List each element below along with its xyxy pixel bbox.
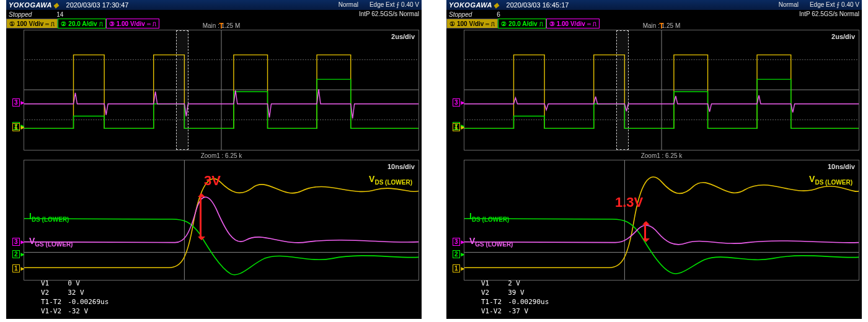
timebase-label: 10ns/div (828, 163, 855, 170)
trigger-marker: T (219, 22, 223, 30)
annotation-arrow (200, 194, 202, 239)
zoom-plot-svg (464, 160, 859, 280)
acq-mode: Normal (779, 1, 799, 9)
ch1-box: ① 100 V/div⎓⎍ (446, 19, 498, 28)
title-bar: YOKOGAWA◆ 2020/03/03 17:30:47 Normal Edg… (6, 0, 422, 10)
zoom-window (176, 30, 188, 150)
sample-info: IntP 62.5GS/s Normal (799, 11, 859, 18)
ch3-gnd-marker: 3► (12, 99, 25, 106)
brand-logo: YOKOGAWA◆ (449, 1, 499, 9)
timebase-label: 2us/div (831, 33, 855, 40)
ch2-gnd-zoom: 2► (453, 251, 466, 258)
acq-count: 14 (56, 11, 63, 18)
measurement-readout: V12 V V239 V T1-T2-0.00290us V1-V2-37 V (477, 278, 552, 316)
ch1-gnd-marker: 1► (453, 124, 466, 131)
bw-icon: ⎍ (51, 20, 55, 27)
ch3-gnd-marker: 3► (453, 99, 466, 106)
acq-mode: Normal (339, 1, 358, 9)
coupling-icon: ⎓ (147, 20, 151, 27)
zoom-plot: Zoom1 : 6.25 k 10ns/div VDS (LOWER) IDS … (464, 160, 859, 281)
sub-bar: Stopped 6 IntP 62.5GS/s Normal (446, 10, 862, 19)
ch1-gnd-zoom: 1► (453, 265, 466, 272)
trigger-setting: Edge Ext ⨍ 0.40 V (370, 1, 419, 9)
bw-icon: ⎍ (593, 20, 596, 27)
measurement-readout: V10 V V232 V T1-T2-0.00269us V1-V2-32 V (37, 278, 112, 316)
vgs-label: VGS (LOWER) (29, 236, 73, 248)
zoom-label: Zoom1 : 6.25 k (201, 152, 242, 159)
ids-label: IDS (LOWER) (469, 211, 509, 223)
vds-label: VDS (LOWER) (369, 174, 412, 186)
ch1-box: ① 100 V/div⎓⎍ (6, 19, 58, 28)
main-plot-svg (464, 30, 859, 150)
bw-icon: ⎍ (153, 20, 156, 27)
timestamp: 2020/03/03 16:45:17 (507, 1, 569, 9)
ch2-box: ② 20.0 A/div⎍ (498, 19, 546, 28)
sample-info: IntP 62.5GS/s Normal (359, 11, 419, 18)
timebase-label: 10ns/div (388, 163, 415, 170)
ch1-gnd-marker: 1► (12, 124, 25, 131)
zoom-label: Zoom1 : 6.25 k (641, 152, 683, 159)
ch2-gnd-zoom: 2► (12, 251, 25, 258)
coupling-icon: ⎓ (587, 20, 591, 27)
acq-count: 6 (497, 11, 500, 18)
ch3-gnd-zoom: 3► (453, 238, 466, 245)
oscilloscope-right: YOKOGAWA◆ 2020/03/03 16:45:17 Normal Edg… (446, 0, 862, 319)
ch3-gnd-zoom: 3► (12, 238, 25, 245)
main-plot: Main : 1.25 M 2us/div T (24, 30, 419, 150)
trigger-marker: T (659, 22, 663, 30)
title-bar: YOKOGAWA◆ 2020/03/03 16:45:17 Normal Edg… (446, 0, 862, 10)
annotation-arrow (644, 222, 646, 241)
coupling-icon: ⎓ (485, 20, 489, 27)
ids-label: IDS (LOWER) (29, 211, 69, 223)
ch3-box: ③ 1.00 V/div⎓⎍ (546, 19, 600, 28)
trigger-setting: Edge Ext ⨍ 0.40 V (810, 1, 859, 9)
ch2-box: ② 20.0 A/div⎍ (58, 19, 105, 28)
vds-label: VDS (LOWER) (809, 174, 852, 186)
timebase-label: 2us/div (391, 33, 415, 40)
oscilloscope-left: YOKOGAWA◆ 2020/03/03 17:30:47 Normal Edg… (6, 0, 422, 319)
zoom-window (616, 30, 629, 150)
ch3-box: ③ 1.00 V/div⎓⎍ (106, 19, 159, 28)
zoom-plot-svg (24, 160, 418, 280)
bw-icon: ⎍ (99, 20, 103, 27)
vgs-label: VGS (LOWER) (469, 236, 513, 248)
timestamp: 2020/03/03 17:30:47 (66, 1, 129, 9)
bw-icon: ⎍ (491, 20, 495, 27)
zoom-plot: Zoom1 : 6.25 k 10ns/div VDS (LOWER) IDS … (24, 160, 419, 281)
brand-logo: YOKOGAWA◆ (9, 1, 59, 9)
main-plot-svg (24, 30, 418, 150)
ch1-gnd-zoom: 1► (12, 265, 25, 272)
run-state: Stopped (449, 11, 472, 18)
bw-icon: ⎍ (539, 20, 543, 27)
run-state: Stopped (9, 11, 32, 18)
main-plot: Main : 1.25 M 2us/div T (464, 30, 859, 150)
sub-bar: Stopped 14 IntP 62.5GS/s Normal (6, 10, 422, 19)
coupling-icon: ⎓ (45, 20, 49, 27)
